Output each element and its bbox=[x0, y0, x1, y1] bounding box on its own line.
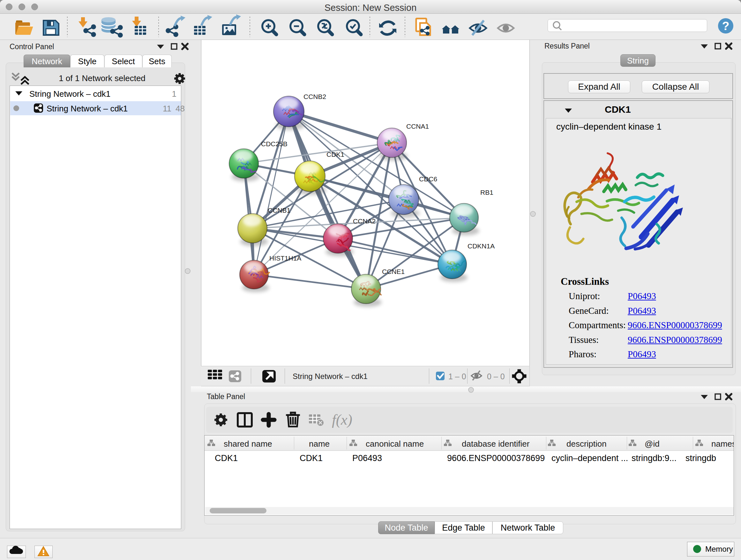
svg-text:?: ? bbox=[722, 19, 730, 33]
svg-text:f(x): f(x) bbox=[332, 412, 352, 428]
